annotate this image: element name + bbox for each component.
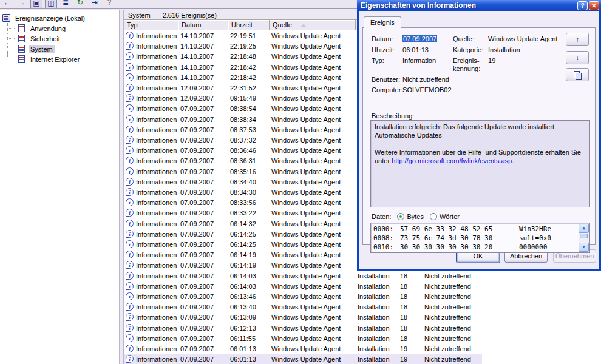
cell-uhrzeit: 08:33:22 [230,209,256,217]
previous-event-button[interactable]: ↑ [566,33,589,46]
tree-item-internet-explorer[interactable]: Internet Explorer [0,54,119,64]
scroll-thumb[interactable] [580,234,588,238]
cell-uhrzeit: 08:36:31 [230,157,256,164]
sort-indicator-icon [300,24,307,27]
back-icon[interactable]: ← [1,0,13,8]
column-header-quelle[interactable]: Quelle [270,20,356,30]
close-button[interactable]: ✕ [589,1,599,10]
cell-typ: Informationen [136,314,177,321]
cell-quelle: Windows Update Agent [271,74,341,81]
event-row[interactable]: i Informationen 07.09.2007 06:11:55 Wind… [124,334,601,344]
tree-item-label: Internet Explorer [29,55,81,64]
cell-quelle: Windows Update Agent [271,189,341,196]
cell-uhrzeit: 08:36:46 [230,147,256,154]
information-icon: i [126,126,134,133]
dialog-title: Eigenschaften von Informationen [361,1,576,10]
column-header-typ[interactable]: Typ [124,20,178,30]
cell-uhrzeit: 06:14:25 [230,241,256,248]
radio-bytes[interactable] [397,213,404,220]
information-icon: i [126,32,134,39]
forward-icon[interactable]: → [16,0,28,8]
daten-row: Daten: Bytes Wörter [372,213,460,220]
cell-datum: 07.09.2007 [180,136,214,144]
cell-quelle: Windows Update Agent [271,116,341,123]
hex-row: 0000:57 69 6e 33 32 48 52 65Win32HRe [373,224,587,234]
cell-typ: Informationen [136,251,177,258]
event-row[interactable]: i Informationen 07.09.2007 06:01:13 Wind… [124,354,601,364]
cell-uhrzeit: 08:35:16 [230,168,256,175]
cell-datum: 07.09.2007 [180,116,214,123]
beschreibung-box: Installation erfolgreich: Das folgende U… [370,120,590,207]
event-row[interactable]: i Informationen 07.09.2007 06:13:46 Wind… [124,292,601,302]
description-line: unter http://go.microsoft.com/fwlink/eve… [375,157,586,165]
field-datum: Datum: 07.09.2007 [372,35,437,42]
show-console-tree-icon[interactable]: ▣ [30,0,42,8]
cell-quelle: Windows Update Agent [271,64,341,71]
tab-ereignis[interactable]: Ereignis [364,16,401,28]
cell-uhrzeit: 08:38:34 [230,116,256,123]
cell-kategorie: Installation [358,356,390,363]
event-row[interactable]: i Informationen 07.09.2007 06:14:03 Wind… [124,271,601,281]
event-row[interactable]: i Informationen 07.09.2007 06:14:03 Wind… [124,281,601,292]
cell-quelle: Windows Update Agent [271,105,341,112]
cell-typ: Informationen [136,32,177,39]
cell-uhrzeit: 06:14:32 [230,220,256,228]
help-button[interactable]: ? [577,1,588,10]
column-header-uhrzeit[interactable]: Uhrzeit [228,20,270,30]
radio-woerter[interactable] [430,213,437,220]
scroll-up-icon[interactable]: ▲ [579,224,589,233]
column-header-datum[interactable]: Datum [178,20,228,30]
cell-typ: Informationen [136,53,177,60]
log-file-icon [18,45,25,53]
events-asp-link[interactable]: http://go.microsoft.com/fwlink/events.as… [392,157,512,164]
refresh-icon[interactable]: ↻ [74,0,86,8]
help-icon[interactable]: ? [103,0,115,8]
cell-datum: 07.09.2007 [180,241,214,248]
cell-datum: 07.09.2007 [180,283,214,290]
cell-datum: 14.10.2007 [180,32,214,39]
cell-uhrzeit: 22:18:48 [230,53,256,60]
cell-uhrzeit: 06:13:46 [230,293,256,300]
dialog-titlebar[interactable]: Eigenschaften von Informationen ? ✕ [357,0,601,11]
event-row[interactable]: i Informationen 07.09.2007 06:13:40 Wind… [124,302,601,312]
cell-datum: 07.09.2007 [180,126,214,133]
information-icon: i [126,188,134,196]
field-typ: Typ: Information [372,57,436,64]
next-event-button[interactable]: ↓ [566,51,589,64]
copy-event-button[interactable] [566,68,589,81]
scroll-down-icon[interactable]: ▼ [579,243,589,252]
cell-quelle: Windows Update Agent [271,84,341,92]
event-row[interactable]: i Informationen 07.09.2007 06:12:13 Wind… [124,323,601,334]
dialog-body: Ereignis Datum: 07.09.2007 Quelle: Windo… [359,11,599,269]
two-pane-view-icon[interactable]: ◫ [45,0,57,8]
properties-list-icon[interactable]: ≣ [59,0,72,8]
hex-scrollbar[interactable]: ▲ ▼ [579,224,589,252]
tree-item-system[interactable]: System [0,44,119,54]
console-tree: Ereignisanzeige (Lokal) AnwendungSicherh… [0,10,120,364]
cell-quelle: Windows Update Agent [271,95,341,102]
event-row[interactable]: i Informationen 07.09.2007 06:01:13 Wind… [124,344,601,354]
cell-quelle: Windows Update Agent [271,42,341,50]
datum-value[interactable]: 07.09.2007 [402,35,437,42]
cell-datum: 14.10.2007 [180,53,214,60]
cell-typ: Informationen [136,209,177,217]
uhrzeit-value: 06:01:13 [402,46,429,53]
cell-quelle: Windows Update Agent [271,168,341,175]
export-list-icon[interactable]: ⇥ [89,0,101,8]
information-icon: i [126,261,134,269]
cell-quelle: Windows Update Agent [271,157,341,164]
tree-item-sicherheit[interactable]: Sicherheit [0,33,119,44]
cell-datum: 07.09.2007 [180,231,214,238]
tree-item-anwendung[interactable]: Anwendung [0,23,119,33]
copy-icon [574,71,581,79]
tree-root-ereignisanzeige[interactable]: Ereignisanzeige (Lokal) [0,13,119,23]
cell-quelle: Windows Update Agent [271,126,341,133]
cell-typ: Informationen [136,157,177,164]
cell-uhrzeit: 06:12:13 [230,325,256,332]
cell-datum: 07.09.2007 [180,335,214,342]
cell-typ: Informationen [136,272,177,280]
event-row[interactable]: i Informationen 07.09.2007 06:13:09 Wind… [124,312,601,323]
tree-item-label: Anwendung [29,24,67,33]
tab-page-ereignis: Datum: 07.09.2007 Quelle: Windows Update… [362,27,596,245]
cell-datum: 07.09.2007 [180,147,214,154]
